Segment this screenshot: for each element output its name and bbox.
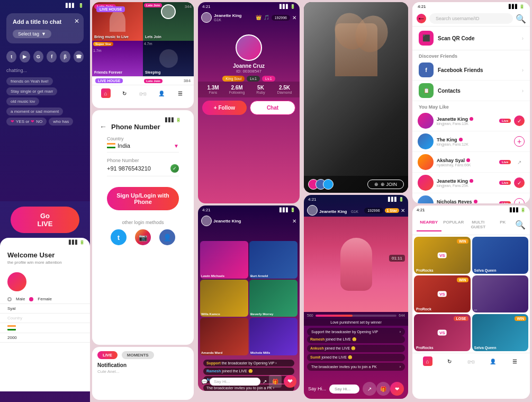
- dropdown-icon[interactable]: ▼: [174, 143, 179, 149]
- go-live-button[interactable]: Go LIVE: [11, 207, 79, 233]
- search-username-input[interactable]: Search username/ID: [429, 13, 513, 24]
- youtube-small-icon[interactable]: ▶: [20, 51, 30, 62]
- search-magnifier-icon[interactable]: 🔍: [516, 14, 526, 23]
- nav-live[interactable]: ((•)): [138, 88, 148, 98]
- signup-login-button[interactable]: Sign Up/Login with Phone: [107, 187, 179, 210]
- contacts-row[interactable]: 📋 Contacts ›: [412, 81, 530, 101]
- profile-login-icon[interactable]: 👤: [159, 229, 175, 245]
- add-btn-5[interactable]: +: [514, 198, 525, 203]
- battle-card-3[interactable]: WIN VS ProRock: [414, 275, 471, 312]
- say-hi-input[interactable]: Say Hi...: [210, 378, 260, 386]
- battle-card-1[interactable]: WIN VS ProRocks: [414, 237, 471, 274]
- multi-cell-1[interactable]: Lewin Michaels: [200, 241, 248, 279]
- twitter-small-icon[interactable]: t: [6, 51, 16, 62]
- nearby-nav-person[interactable]: 👤: [488, 356, 498, 366]
- user-name-2: The King: [437, 137, 457, 142]
- battle-card-5[interactable]: LOSE VS ProRocks: [414, 314, 471, 351]
- tag-item[interactable]: a moment or sad moment: [6, 108, 63, 115]
- close-live-btn[interactable]: ✕: [401, 208, 405, 213]
- tab-popular[interactable]: POPULAR: [441, 218, 466, 231]
- instagram-login-icon[interactable]: 📷: [135, 229, 151, 245]
- facebook-small-icon[interactable]: f: [47, 51, 57, 62]
- multi-cell-5[interactable]: Amanda Ward: [200, 318, 248, 355]
- pk-invite-btn[interactable]: The broadcaster invites you to join a PK…: [307, 363, 405, 371]
- explore-world-link[interactable]: Explore the world: [24, 237, 65, 243]
- share-btn-3[interactable]: ↗: [514, 157, 525, 167]
- heart-action-icon[interactable]: ❤: [390, 382, 404, 396]
- multi-name-5: Amanda Ward: [201, 351, 222, 354]
- nav-person[interactable]: 👤: [157, 88, 166, 98]
- battle-card-4[interactable]: ...: [472, 275, 529, 312]
- live-notif-badge[interactable]: LIVE: [97, 351, 118, 359]
- twitter-login-icon[interactable]: t: [111, 229, 127, 245]
- score-bar: [315, 315, 397, 317]
- search-back-icon[interactable]: ←: [417, 14, 426, 23]
- check-btn-1[interactable]: ✓: [514, 115, 525, 126]
- support-vip-btn[interactable]: Support the broadcaster by Opening VIP ›: [307, 328, 405, 336]
- add-btn-2[interactable]: +: [514, 136, 525, 147]
- select-tag-btn[interactable]: Select tag ▼: [13, 30, 51, 38]
- nav-home[interactable]: ⌂: [101, 88, 111, 98]
- chat-input[interactable]: Say Hi...: [329, 385, 359, 394]
- tag-item[interactable]: who has: [49, 118, 73, 126]
- chat-button[interactable]: Chat: [250, 101, 295, 115]
- gender-radio-1[interactable]: [7, 297, 12, 301]
- multi-cell-2[interactable]: Burt Arnold: [249, 241, 297, 279]
- multi-cell-6[interactable]: Michole Mills: [249, 318, 297, 355]
- multi-cell-4[interactable]: Beverly Morrey: [249, 280, 297, 317]
- multi-cell-3[interactable]: Willa Kamco: [200, 280, 248, 317]
- search-tab-icon[interactable]: 🔍: [515, 218, 526, 231]
- back-arrow-icon[interactable]: ←: [100, 122, 107, 131]
- tag-item[interactable]: friends on Yeah live!: [6, 77, 53, 85]
- follow-button[interactable]: + Follow: [202, 101, 247, 115]
- col5-status-bar: 4:21 ▋▋▋ 🔋: [412, 2, 530, 11]
- vs-icon-1: VS: [438, 253, 447, 258]
- scan-qr-row[interactable]: ⬛ Scan QR Code ›: [412, 26, 530, 50]
- second-live-bar: LIVE HOUSE Lets Join 384: [92, 76, 194, 85]
- tag-item[interactable]: ❤ YES or ❤ NO: [6, 118, 47, 126]
- share-action-icon[interactable]: ↗: [363, 382, 376, 396]
- notification-title: Notification: [97, 362, 188, 368]
- tab-pk[interactable]: PK: [491, 218, 516, 231]
- host-main-avatar: [236, 34, 262, 61]
- join-button[interactable]: ⊕ ⊕ JOIN: [367, 180, 404, 189]
- nearby-nav-refresh[interactable]: ↻: [445, 356, 454, 366]
- google-small-icon[interactable]: G: [33, 51, 43, 62]
- phone-small-icon[interactable]: ☎: [74, 51, 84, 62]
- lets-join-btn-2[interactable]: Lets Join: [144, 79, 162, 83]
- tag-item[interactable]: Stay single or get marr: [6, 87, 57, 95]
- battle-card-6[interactable]: WIN Selva Queen: [472, 314, 529, 351]
- score-right: 644: [399, 314, 405, 317]
- nearby-nav-live[interactable]: ((•)): [466, 356, 476, 366]
- battle-card-2[interactable]: Selva Queen: [472, 237, 529, 274]
- tab-nearby[interactable]: NEARBY: [417, 218, 441, 231]
- gender-radio-2[interactable]: [29, 297, 33, 301]
- close-icon[interactable]: ✕: [74, 17, 79, 25]
- nav-user[interactable]: ☰: [175, 88, 185, 98]
- close-multi-icon[interactable]: ✕: [292, 218, 296, 224]
- gift-action-icon[interactable]: 🎁: [376, 382, 390, 396]
- check-btn-4[interactable]: ✓: [514, 177, 525, 188]
- welcome-section: Welcome User the profile win more attent…: [0, 247, 90, 269]
- nearby-nav-user[interactable]: ☰: [510, 356, 519, 366]
- gender-row: Male Female: [0, 294, 90, 304]
- heart-live-icon[interactable]: ❤: [284, 375, 296, 388]
- live-host-name: Jeanette King: [319, 209, 347, 214]
- close-live-icon[interactable]: ✕: [292, 15, 296, 21]
- bluetooth-small-icon[interactable]: β: [60, 51, 70, 62]
- battle-name-4: ...: [474, 307, 477, 311]
- tab-multi-guest[interactable]: MULTI GUEST: [466, 218, 491, 231]
- battle-name-1: ProRocks: [416, 269, 434, 272]
- live-cell-3[interactable]: Super Star 1.7m Friends Forever: [92, 41, 143, 77]
- share-live-icon[interactable]: ↗: [263, 379, 267, 385]
- tag-item[interactable]: old music lov: [6, 97, 39, 105]
- say-hi-icon[interactable]: 💬: [201, 379, 208, 385]
- facebook-friends-row[interactable]: f Facebook Friends ›: [412, 60, 530, 81]
- nearby-nav-home[interactable]: ⌂: [423, 356, 432, 366]
- gift-icon[interactable]: 🎁: [269, 375, 282, 388]
- nav-refresh[interactable]: ↻: [120, 88, 129, 98]
- moments-notif-badge[interactable]: MOMENTS: [122, 351, 154, 359]
- live-pill-1: Live: [499, 119, 511, 123]
- live-cell-4[interactable]: 4.7m Sleeping: [143, 41, 194, 77]
- view-count: 1.7m: [93, 49, 102, 52]
